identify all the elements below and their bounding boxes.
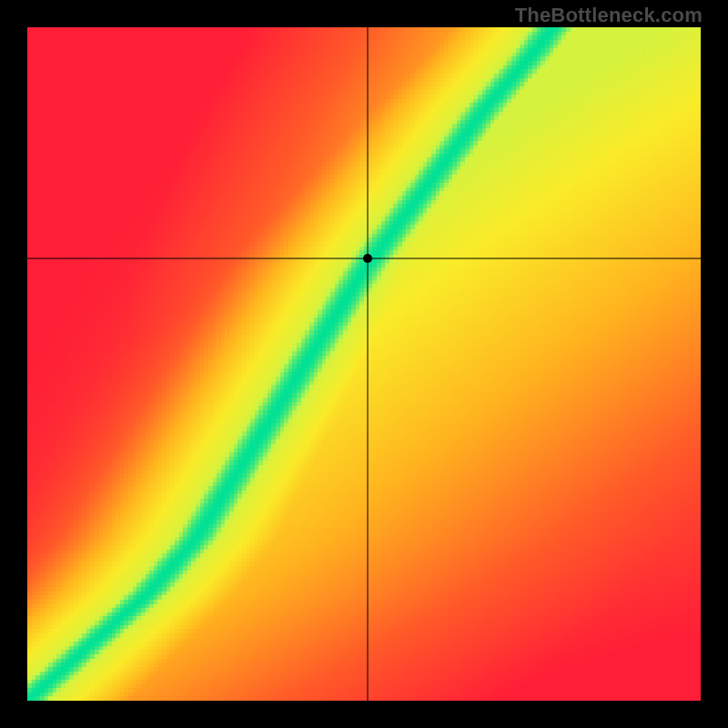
watermark-text: TheBottleneck.com (515, 4, 703, 27)
marker-dot (363, 254, 372, 263)
overlay-svg (27, 27, 701, 701)
plot-area (27, 27, 701, 701)
chart-container: TheBottleneck.com (0, 0, 728, 728)
